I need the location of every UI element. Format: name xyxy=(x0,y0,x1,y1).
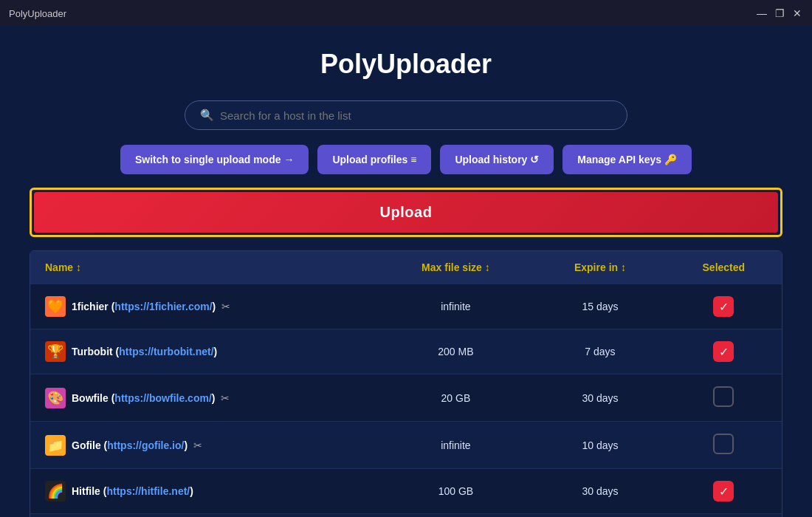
search-box: 🔍 xyxy=(185,100,627,130)
search-wrapper: 🔍 xyxy=(30,100,782,130)
host-icon: 🌈 xyxy=(45,481,66,501)
minimize-button[interactable]: — xyxy=(756,7,768,19)
titlebar-title: PolyUploader xyxy=(9,8,66,19)
host-selected-cell: ✓ xyxy=(666,469,782,514)
host-name: Gofile (https://gofile.io/) xyxy=(72,439,187,451)
host-icon: 📁 xyxy=(45,435,66,456)
host-icon: 🏆 xyxy=(45,341,66,362)
host-selected-cell: ✓ xyxy=(666,284,782,329)
host-link[interactable]: https://1fichier.com/ xyxy=(114,301,212,312)
checkbox-checked[interactable]: ✓ xyxy=(713,296,734,317)
host-max-size: 100 GB xyxy=(377,469,535,514)
table-row: 📁Gofile (https://gofile.io/)✂infinite10 … xyxy=(30,422,782,469)
host-max-size: 4 GB xyxy=(377,514,535,518)
table-row: 🧡1fichier (https://1fichier.com/)✂infini… xyxy=(30,284,782,329)
scissors-icon[interactable]: ✂ xyxy=(221,392,230,404)
upload-button-wrapper: Upload xyxy=(30,188,782,237)
close-button[interactable]: ✕ xyxy=(791,7,803,19)
host-name-cell: 📁Gofile (https://gofile.io/)✂ xyxy=(30,422,377,469)
host-expire: 9 days xyxy=(534,514,665,518)
host-name: Bowfile (https://bowfile.com/) xyxy=(72,392,215,404)
table-row: 🌐Upload (https://upload.net/)✂4 GB9 days xyxy=(30,514,782,518)
host-selected-cell xyxy=(666,422,782,469)
table-row: 🌈Hitfile (https://hitfile.net/)100 GB30 … xyxy=(30,469,782,514)
col-header-max-size[interactable]: Max file size ↕ xyxy=(377,251,535,284)
host-name-cell: 🌐Upload (https://upload.net/)✂ xyxy=(30,514,377,518)
checkbox-checked[interactable]: ✓ xyxy=(713,341,734,362)
host-expire: 15 days xyxy=(534,284,665,329)
single-upload-mode-button[interactable]: Switch to single upload mode → xyxy=(120,145,309,174)
table-row: 🏆Turbobit (https://turbobit.net/)200 MB7… xyxy=(30,329,782,374)
upload-profiles-button[interactable]: Upload profiles ≡ xyxy=(317,145,431,174)
host-link[interactable]: https://gofile.io/ xyxy=(107,439,184,451)
maximize-button[interactable]: ❐ xyxy=(774,7,785,19)
main-content: PolyUploader 🔍 Switch to single upload m… xyxy=(0,27,812,517)
host-name-cell: 🧡1fichier (https://1fichier.com/)✂ xyxy=(30,284,377,329)
host-name-cell: 🌈Hitfile (https://hitfile.net/) xyxy=(30,469,377,514)
host-selected-cell: ✓ xyxy=(666,329,782,374)
host-link[interactable]: https://hitfile.net/ xyxy=(106,485,190,497)
col-header-name[interactable]: Name ↕ xyxy=(30,251,377,284)
host-name-cell: 🎨Bowfile (https://bowfile.com/)✂ xyxy=(30,374,377,422)
search-input[interactable] xyxy=(220,109,612,122)
col-header-selected: Selected xyxy=(666,251,782,284)
host-expire: 7 days xyxy=(534,329,665,374)
table-row: 🎨Bowfile (https://bowfile.com/)✂20 GB30 … xyxy=(30,374,782,422)
host-expire: 30 days xyxy=(534,469,665,514)
app-title: PolyUploader xyxy=(30,49,782,80)
button-row: Switch to single upload mode → Upload pr… xyxy=(30,145,782,174)
search-icon: 🔍 xyxy=(200,109,214,122)
host-icon: 🎨 xyxy=(45,388,66,408)
upload-history-button[interactable]: Upload history ↺ xyxy=(440,145,554,174)
host-icon: 🧡 xyxy=(45,296,66,317)
host-name-cell: 🏆Turbobit (https://turbobit.net/) xyxy=(30,329,377,374)
host-expire: 30 days xyxy=(534,374,665,422)
host-link[interactable]: https://bowfile.com/ xyxy=(114,392,211,404)
host-max-size: 200 MB xyxy=(377,329,535,374)
host-selected-cell xyxy=(666,374,782,422)
manage-api-keys-button[interactable]: Manage API keys 🔑 xyxy=(562,145,692,174)
hosts-table-wrapper: Name ↕ Max file size ↕ Expire in ↕ Selec… xyxy=(30,250,782,517)
host-selected-cell xyxy=(666,514,782,518)
scissors-icon[interactable]: ✂ xyxy=(193,439,202,451)
host-link[interactable]: https://turbobit.net/ xyxy=(119,346,213,357)
scissors-icon[interactable]: ✂ xyxy=(221,301,230,312)
hosts-table: Name ↕ Max file size ↕ Expire in ↕ Selec… xyxy=(30,251,782,517)
host-max-size: infinite xyxy=(377,422,535,469)
checkbox-unchecked[interactable] xyxy=(713,386,734,407)
host-name: Hitfile (https://hitfile.net/) xyxy=(72,485,193,497)
host-name: Turbobit (https://turbobit.net/) xyxy=(72,346,217,357)
host-name: 1fichier (https://1fichier.com/) xyxy=(72,301,216,312)
upload-button[interactable]: Upload xyxy=(34,192,778,233)
col-header-expire[interactable]: Expire in ↕ xyxy=(534,251,665,284)
titlebar: PolyUploader — ❐ ✕ xyxy=(0,0,812,27)
checkbox-checked[interactable]: ✓ xyxy=(713,481,734,501)
titlebar-controls: — ❐ ✕ xyxy=(756,7,803,19)
host-expire: 10 days xyxy=(534,422,665,469)
host-max-size: infinite xyxy=(377,284,535,329)
table-header: Name ↕ Max file size ↕ Expire in ↕ Selec… xyxy=(30,251,782,284)
checkbox-unchecked[interactable] xyxy=(713,434,734,454)
host-max-size: 20 GB xyxy=(377,374,535,422)
table-body: 🧡1fichier (https://1fichier.com/)✂infini… xyxy=(30,284,782,518)
